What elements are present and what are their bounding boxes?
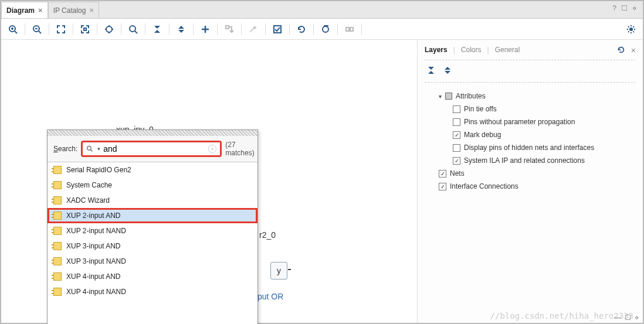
svg-point-23 — [323, 26, 328, 32]
diagram-canvas[interactable]: xup_inv_0 r2_0 y put OR Search: ▼ × (27 … — [1, 40, 417, 323]
ip-list-item[interactable]: Serial RapidIO Gen2 — [48, 162, 257, 178]
tab-ip-catalog[interactable]: IP Catalog × — [48, 2, 99, 18]
fit-icon[interactable] — [53, 21, 69, 37]
maximize-icon[interactable]: ☐ — [621, 4, 628, 12]
route-icon[interactable] — [221, 21, 238, 37]
svg-line-34 — [628, 31, 629, 32]
fit-selection-icon[interactable] — [77, 21, 93, 37]
wrench-icon[interactable] — [245, 21, 262, 37]
maximize-icon[interactable]: ☐ — [625, 313, 631, 322]
center-icon[interactable] — [101, 21, 117, 37]
checkbox[interactable] — [453, 157, 460, 165]
checkbox[interactable] — [453, 105, 460, 113]
refresh-icon[interactable] — [293, 21, 310, 37]
tree-label: Attributes — [456, 92, 486, 100]
tree-item[interactable]: Pins without parameter propagation — [425, 115, 636, 128]
chevron-down-icon[interactable]: ▾ — [439, 93, 442, 100]
svg-rect-21 — [226, 26, 229, 29]
svg-marker-17 — [178, 26, 184, 29]
svg-line-14 — [135, 31, 137, 33]
svg-line-33 — [633, 31, 635, 32]
ip-list-item[interactable]: XUP 3-input NAND — [48, 254, 257, 269]
toolbar — [1, 19, 643, 40]
svg-line-37 — [91, 149, 93, 151]
svg-point-13 — [130, 26, 135, 32]
ip-item-label: XUP 3-input NAND — [66, 257, 126, 265]
checkbox[interactable] — [453, 131, 460, 139]
expand-icon[interactable] — [173, 21, 189, 37]
block-instance-label: r2_0 — [259, 230, 276, 240]
ip-results-list[interactable]: Serial RapidIO Gen2System CacheXADC Wiza… — [48, 162, 257, 324]
svg-rect-22 — [274, 26, 281, 33]
ip-chip-icon — [53, 196, 62, 204]
ip-item-label: XUP 4-input NAND — [66, 288, 126, 296]
side-tab-layers[interactable]: Layers — [425, 46, 448, 54]
more-icon[interactable]: ⋄ — [635, 313, 639, 322]
collapse-icon[interactable] — [427, 66, 435, 76]
group-icon — [445, 93, 452, 100]
svg-marker-40 — [445, 67, 450, 70]
tab-right-controls: ? ☐ ⋄ — [612, 4, 637, 12]
tree-item[interactable]: Interface Connections — [425, 180, 636, 193]
cut-icon[interactable] — [317, 21, 334, 37]
check-icon[interactable] — [269, 21, 286, 37]
tree-item[interactable]: Display pins of hidden nets and interfac… — [425, 141, 636, 154]
tree-label: Interface Connections — [450, 182, 518, 190]
close-icon[interactable]: × — [631, 46, 636, 56]
ip-chip-icon — [53, 272, 62, 281]
refresh-icon[interactable] — [617, 46, 625, 56]
ip-list-item[interactable]: XUP 4-input AND — [48, 269, 257, 284]
help-icon[interactable]: ? — [612, 4, 616, 12]
chevron-down-icon[interactable]: ▼ — [96, 146, 101, 152]
svg-line-32 — [628, 26, 629, 28]
tree-item[interactable]: Mark debug — [425, 128, 636, 141]
ip-list-item[interactable]: XADC Wizard — [48, 193, 257, 208]
ip-list-item[interactable]: XUP 3-input AND — [48, 238, 257, 254]
svg-marker-16 — [154, 30, 160, 33]
ip-list-item[interactable]: XUP 2-input NAND — [48, 223, 257, 238]
settings-icon[interactable] — [623, 21, 639, 37]
tab-label: Diagram — [6, 6, 35, 15]
tree-label: Nets — [450, 169, 465, 178]
side-tab-general[interactable]: General — [495, 46, 520, 54]
tree-item[interactable]: Nets — [425, 167, 636, 180]
tree-label: Pin tie offs — [464, 105, 497, 113]
checkbox[interactable] — [453, 118, 460, 126]
footer-controls: — ☐ ⋄ — [614, 313, 639, 322]
tree-item[interactable]: System ILA IP and related connections — [425, 154, 636, 167]
ip-item-label: XUP 4-input AND — [66, 272, 121, 281]
expand-icon[interactable] — [443, 66, 452, 76]
svg-marker-39 — [428, 71, 434, 74]
ip-list-item[interactable]: System Cache — [48, 178, 257, 193]
ip-item-label: XUP 3-input AND — [66, 242, 121, 250]
tree-label: Pins without parameter propagation — [464, 118, 575, 126]
ip-list-item[interactable]: XUP 4-input NAND — [48, 284, 257, 299]
tab-diagram[interactable]: Diagram × — [1, 2, 48, 18]
checkbox[interactable] — [439, 170, 446, 178]
minimize-icon[interactable]: — — [614, 313, 621, 322]
search-input[interactable] — [103, 144, 206, 154]
block-port[interactable]: y — [270, 262, 287, 279]
group-icon[interactable] — [341, 21, 358, 37]
tree-node-attributes[interactable]: ▾ Attributes — [425, 90, 636, 103]
close-icon[interactable]: × — [89, 6, 94, 15]
tree-item[interactable]: Pin tie offs — [425, 103, 636, 115]
search-input-wrapper: ▼ × — [81, 141, 222, 157]
zoom-out-icon[interactable] — [29, 21, 45, 37]
ip-list-item[interactable]: XUP 2-input AND — [48, 208, 257, 223]
drag-handle[interactable] — [48, 130, 257, 136]
ip-chip-icon — [53, 288, 62, 296]
zoom-in-icon[interactable] — [5, 21, 21, 37]
collapse-icon[interactable] — [149, 21, 165, 37]
side-tab-colors[interactable]: Colors — [461, 46, 482, 54]
add-icon[interactable] — [197, 21, 213, 37]
checkbox[interactable] — [453, 144, 460, 152]
clear-icon[interactable]: × — [208, 145, 216, 153]
tree-label: Mark debug — [464, 131, 501, 139]
more-icon[interactable]: ⋄ — [632, 4, 637, 12]
checkbox[interactable] — [439, 183, 446, 190]
search-icon[interactable] — [125, 21, 141, 37]
svg-marker-41 — [445, 71, 450, 74]
ip-item-label: XUP 2-input AND — [66, 212, 121, 220]
close-icon[interactable]: × — [38, 6, 43, 15]
